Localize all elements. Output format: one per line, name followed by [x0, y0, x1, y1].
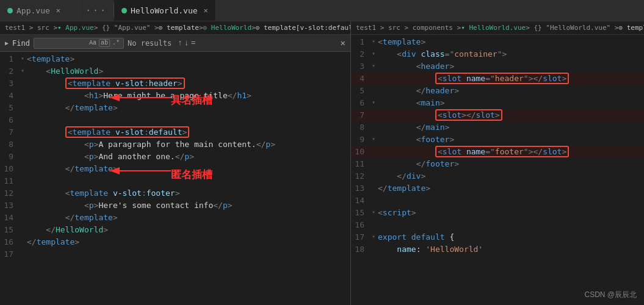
table-row: 14 [351, 195, 644, 207]
table-row: 4 <slot name="header"></slot> [351, 73, 644, 85]
find-prev[interactable]: ↑ [178, 38, 183, 48]
table-row: 11 [0, 175, 350, 187]
table-row: 13 </template> [351, 182, 644, 195]
table-row: 1 ▾ <template> [0, 53, 350, 65]
table-row: 11 </footer> [351, 158, 644, 170]
find-expand[interactable]: ▶ [5, 40, 9, 47]
table-row: 15 </HelloWorld> [0, 224, 350, 236]
table-row: 16 [351, 219, 644, 231]
find-input-wrap[interactable]: Aa ab .* [34, 38, 124, 49]
helloworld-label: HelloWorld.vue [131, 6, 198, 15]
right-code-area[interactable]: 1 ▾ <template> 2 ▾ <div class="container… [351, 35, 644, 305]
table-row: 13 <p>Here's some contact info</p> [0, 199, 350, 212]
find-word-btn[interactable]: ab [99, 39, 110, 47]
tab-app-vue[interactable]: App.vue ✕ [0, 0, 79, 21]
find-nav: ↑ ↓ = [178, 38, 195, 48]
table-row: 3 <template v-slot:header> [0, 77, 350, 90]
find-regex-btn[interactable]: .* [112, 40, 120, 46]
find-replace-toggle[interactable]: = [191, 38, 196, 48]
table-row: 9 <p>And another one.</p> [0, 151, 350, 163]
table-row: 15 ▾ <script> [351, 207, 644, 219]
table-row: 10 <slot name="footer"></slot> [351, 146, 644, 158]
table-row: 10 </template> [0, 163, 350, 175]
table-row: 8 <p>A paragraph for the main content.</… [0, 138, 350, 151]
find-input[interactable] [38, 39, 87, 48]
table-row: 7 <template v-slot:default> [0, 126, 350, 138]
table-row: 12 <template v-slot:footer> [0, 187, 350, 199]
tab-ellipsis: ··· [79, 0, 114, 21]
table-row: 7 <slot></slot> [351, 109, 644, 121]
app-vue-dot [7, 8, 13, 13]
app-vue-label: App.vue [16, 6, 50, 15]
right-breadcrumb: test1 > src > components > ▾ HelloWorld.… [351, 21, 644, 35]
find-close[interactable]: ✕ [341, 38, 346, 48]
table-row: 16 </template> [0, 236, 350, 248]
find-label: Find [12, 39, 30, 48]
find-no-results: No results [128, 39, 172, 48]
table-row: 6 ▾ <main> [351, 97, 644, 109]
table-row: 17 [0, 248, 350, 260]
table-row: 2 ▾ <HelloWorld> [0, 65, 350, 77]
table-row: 6 [0, 114, 350, 126]
right-editor: test1 > src > components > ▾ HelloWorld.… [351, 21, 644, 305]
table-row: 17 ▾ export default { [351, 231, 644, 243]
table-row: 8 </main> [351, 121, 644, 134]
find-case-btn[interactable]: Aa [89, 40, 96, 46]
table-row: 9 ▾ <footer> [351, 134, 644, 146]
helloworld-dot [121, 8, 127, 13]
table-row: 5 </header> [351, 85, 644, 97]
table-row: 14 </template> [0, 212, 350, 224]
table-row: 12 </div> [351, 170, 644, 182]
helloworld-close[interactable]: ✕ [204, 6, 208, 15]
table-row: 18 name: 'HelloWorld' [351, 243, 644, 256]
table-row: 1 ▾ <template> [351, 36, 644, 48]
table-row: 3 ▾ <header> [351, 60, 644, 73]
app-vue-close[interactable]: ✕ [56, 6, 60, 15]
table-row: 2 ▾ <div class="container"> [351, 48, 644, 60]
table-row: 4 <h1>Here might be a page title</h1> [0, 90, 350, 102]
tab-helloworld-vue[interactable]: HelloWorld.vue ✕ [114, 0, 216, 21]
find-next[interactable]: ↓ [184, 38, 189, 48]
left-editor: test1 > src > ▾ App.vue > {} "App.vue" >… [0, 21, 351, 305]
left-breadcrumb: test1 > src > ▾ App.vue > {} "App.vue" >… [0, 21, 350, 35]
left-code-area[interactable]: 1 ▾ <template> 2 ▾ <HelloWorld> 3 [0, 52, 350, 305]
find-bar: ▶ Find Aa ab .* No results ↑ ↓ = ✕ [0, 35, 350, 52]
table-row: 5 </template> [0, 102, 350, 114]
